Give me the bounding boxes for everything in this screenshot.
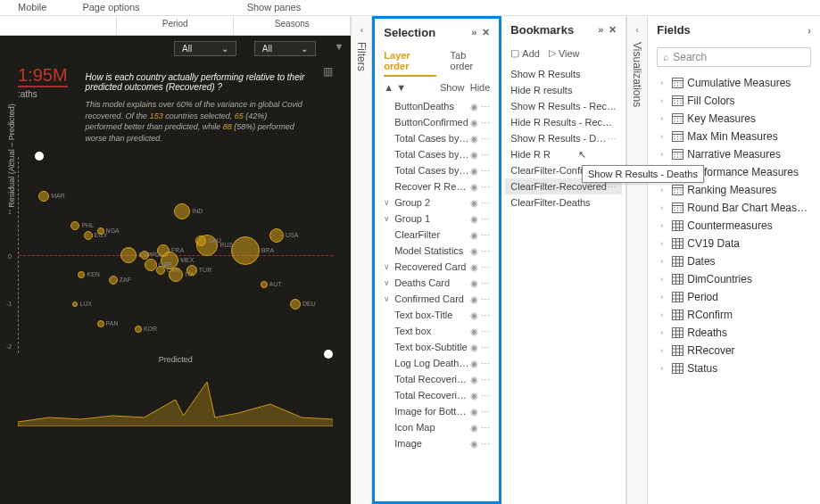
data-point[interactable] bbox=[231, 236, 260, 265]
more-icon[interactable]: ⋯ bbox=[481, 326, 490, 336]
more-icon[interactable]: ⋯ bbox=[481, 214, 490, 224]
visualizations-pane-collapsed[interactable]: ‹ Visualizations bbox=[626, 16, 648, 504]
data-point[interactable] bbox=[70, 221, 79, 230]
eye-icon[interactable]: ◉ bbox=[470, 198, 478, 208]
selection-item[interactable]: Text box-Title◉⋯ bbox=[378, 307, 495, 323]
add-bookmark-button[interactable]: ▢Add bbox=[510, 47, 540, 59]
eye-icon[interactable]: ◉ bbox=[470, 230, 478, 240]
eye-icon[interactable]: ◉ bbox=[470, 118, 478, 128]
eye-icon[interactable]: ◉ bbox=[470, 326, 478, 336]
more-icon[interactable]: ⋯ bbox=[481, 391, 490, 401]
selection-item[interactable]: ButtonDeaths◉⋯ bbox=[378, 98, 495, 114]
more-icon[interactable]: ⋯ bbox=[608, 182, 617, 192]
eye-icon[interactable]: ◉ bbox=[470, 391, 478, 401]
data-point[interactable] bbox=[269, 228, 284, 243]
selection-item[interactable]: Total Recoveries by C…◉⋯ bbox=[378, 371, 495, 387]
more-icon[interactable]: ⋯ bbox=[481, 423, 490, 433]
more-icon[interactable]: ⋯ bbox=[481, 166, 490, 176]
fields-search-input[interactable]: ⌕ Search bbox=[657, 47, 811, 67]
more-icon[interactable]: ⋯ bbox=[481, 230, 490, 240]
eye-icon[interactable]: ◉ bbox=[470, 102, 478, 112]
more-icon[interactable]: ⋯ bbox=[481, 246, 490, 256]
selection-item[interactable]: Total Recoveries by D…◉⋯ bbox=[378, 387, 495, 403]
selection-item[interactable]: ∨Deaths Card◉⋯ bbox=[378, 275, 495, 291]
field-table[interactable]: ›Countermeasures bbox=[651, 217, 816, 235]
expand-icon[interactable]: » bbox=[471, 27, 476, 38]
data-point[interactable] bbox=[78, 271, 85, 278]
view-bookmark-button[interactable]: ▷View bbox=[549, 47, 580, 59]
selection-item[interactable]: ∨Group 1◉⋯ bbox=[378, 211, 495, 227]
data-point[interactable] bbox=[97, 320, 104, 327]
data-point[interactable] bbox=[186, 265, 197, 276]
field-table[interactable]: ›Rdeaths bbox=[651, 324, 816, 342]
field-table[interactable]: ›Key Measures bbox=[651, 110, 816, 128]
bookmark-item[interactable]: Show R Results - Reco… bbox=[505, 98, 622, 114]
bookmark-item[interactable]: Hide R Results - Reco… bbox=[505, 114, 622, 130]
selection-item[interactable]: Recover R Results◉⋯ bbox=[378, 178, 495, 194]
data-point[interactable] bbox=[169, 268, 183, 282]
hide-button[interactable]: Hide bbox=[470, 82, 491, 93]
selection-item[interactable]: Total Cases by Status …◉⋯ bbox=[378, 162, 495, 178]
selection-item[interactable]: ∨Recovered Card◉⋯ bbox=[378, 259, 495, 275]
more-icon[interactable]: ⋯ bbox=[481, 294, 490, 304]
field-table[interactable]: ›Dates bbox=[651, 252, 816, 270]
field-table[interactable]: ›Narrative Measures bbox=[651, 145, 816, 163]
scatter-chart[interactable]: Residual (Actual – Predicted) 2 1 0 -1 -… bbox=[18, 157, 333, 353]
eye-icon[interactable]: ◉ bbox=[470, 407, 478, 417]
data-point[interactable] bbox=[97, 227, 104, 235]
field-table[interactable]: ›RRecover bbox=[651, 342, 816, 359]
eye-icon[interactable]: ◉ bbox=[470, 375, 478, 384]
eye-icon[interactable]: ◉ bbox=[470, 359, 478, 368]
selection-item[interactable]: Log Log Deaths - Pre…◉⋯ bbox=[378, 355, 495, 371]
data-point[interactable] bbox=[120, 247, 137, 263]
more-icon[interactable]: ⋯ bbox=[481, 102, 490, 112]
move-up-icon[interactable]: ▲ bbox=[384, 82, 393, 93]
ribbon-show-panes[interactable]: Show panes bbox=[229, 0, 319, 15]
selection-item[interactable]: ∨Group 2◉⋯ bbox=[378, 194, 495, 211]
eye-icon[interactable]: ◉ bbox=[470, 150, 478, 160]
tab-tab-order[interactable]: Tab order bbox=[451, 46, 491, 77]
selection-item[interactable]: Text box◉⋯ bbox=[378, 323, 495, 339]
field-table[interactable]: ›Status bbox=[651, 359, 816, 377]
chart-toggle-icon[interactable]: ▥ bbox=[323, 65, 333, 144]
eye-icon[interactable]: ◉ bbox=[470, 214, 478, 224]
filters-pane-collapsed[interactable]: ‹ Filters bbox=[351, 16, 372, 504]
close-icon[interactable]: ✕ bbox=[609, 24, 617, 36]
selection-item[interactable]: Icon Map◉⋯ bbox=[378, 419, 495, 435]
bookmark-item[interactable]: ClearFilter-Deaths bbox=[505, 194, 622, 211]
selection-item[interactable]: Text box-Subtitle◉⋯ bbox=[378, 339, 495, 355]
field-table[interactable]: ›Ranking Measures bbox=[651, 181, 816, 199]
seasons-dropdown[interactable]: All⌄ bbox=[254, 41, 317, 56]
eye-icon[interactable]: ◉ bbox=[470, 134, 478, 144]
expand-icon[interactable]: » bbox=[598, 24, 603, 36]
field-table[interactable]: ›CV19 Data bbox=[651, 235, 816, 252]
more-icon[interactable]: ⋯ bbox=[481, 359, 490, 368]
eye-icon[interactable]: ◉ bbox=[470, 262, 478, 272]
ribbon-page-options[interactable]: Page options bbox=[64, 0, 157, 15]
selection-item[interactable]: ∨Confirmed Card◉⋯ bbox=[378, 291, 495, 307]
eye-icon[interactable]: ◉ bbox=[470, 246, 478, 256]
bookmark-item[interactable]: Hide R R↖ bbox=[505, 146, 622, 162]
more-icon[interactable]: ⋯ bbox=[481, 198, 490, 208]
more-icon[interactable]: ⋯ bbox=[608, 134, 617, 144]
field-table[interactable]: ›DimCountries bbox=[651, 270, 816, 288]
eye-icon[interactable]: ◉ bbox=[470, 423, 478, 433]
more-icon[interactable]: ⋯ bbox=[481, 278, 490, 288]
more-icon[interactable]: ⋯ bbox=[481, 118, 490, 128]
data-point[interactable] bbox=[72, 302, 78, 307]
data-point[interactable] bbox=[156, 266, 165, 275]
more-icon[interactable]: ⋯ bbox=[481, 182, 490, 192]
close-icon[interactable]: ✕ bbox=[482, 27, 490, 38]
selection-item[interactable]: Total Cases by Status …◉⋯ bbox=[378, 146, 495, 162]
data-point[interactable] bbox=[109, 276, 118, 285]
data-point[interactable] bbox=[261, 281, 268, 288]
selection-item[interactable]: ButtonConfirmed◉⋯ bbox=[378, 114, 495, 130]
eye-icon[interactable]: ◉ bbox=[470, 439, 478, 449]
field-table[interactable]: ›Round Bar Chart Meas… bbox=[651, 199, 816, 217]
field-table[interactable]: ›Period bbox=[651, 288, 816, 306]
data-point[interactable] bbox=[135, 326, 142, 333]
eye-icon[interactable]: ◉ bbox=[470, 182, 478, 192]
eye-icon[interactable]: ◉ bbox=[470, 310, 478, 320]
selection-item[interactable]: Image for Bottom Vis…◉⋯ bbox=[378, 403, 495, 419]
period-dropdown[interactable]: All⌄ bbox=[174, 41, 236, 56]
